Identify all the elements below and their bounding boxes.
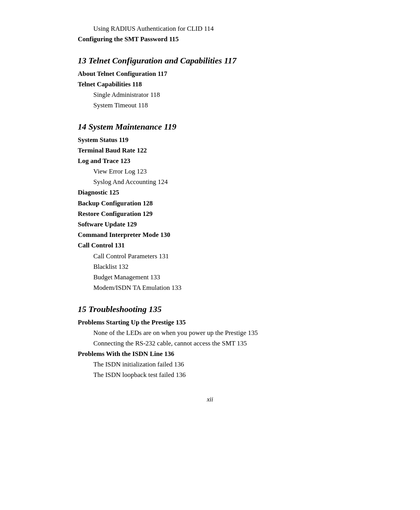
toc-entry-23: Budget Management 133 [78, 272, 342, 282]
page-footer: xii [78, 396, 342, 403]
toc-entry-9: 14 System Maintenance 119 [78, 120, 342, 133]
toc-entry-18: Software Update 129 [78, 219, 342, 230]
toc-entry-24: Modem/ISDN TA Emulation 133 [78, 282, 342, 293]
toc-entry-0: Using RADIUS Authentication for CLID 114 [78, 23, 342, 34]
toc-entry-7: System Timeout 118 [78, 100, 342, 110]
toc-entry-29: Connecting the RS-232 cable, cannot acce… [78, 338, 342, 349]
toc-entry-28: None of the LEDs are on when you power u… [78, 328, 342, 338]
toc-entry-22: Blacklist 132 [78, 261, 342, 272]
toc-entry-1: Configuring the SMT Password 115 [78, 34, 342, 44]
spacer-2 [78, 44, 342, 50]
toc-entry-6: Single Administrator 118 [78, 89, 342, 100]
toc-entry-17: Restore Configuration 129 [78, 209, 342, 219]
toc-entry-15: Diagnostic 125 [78, 187, 342, 198]
toc-entry-12: Log and Trace 123 [78, 156, 342, 166]
toc-entry-20: Call Control 131 [78, 240, 342, 251]
toc-entry-13: View Error Log 123 [78, 166, 342, 177]
toc-entry-14: Syslog And Accounting 124 [78, 177, 342, 187]
toc-entry-16: Backup Configuration 128 [78, 198, 342, 209]
toc-entry-31: The ISDN initialization failed 136 [78, 359, 342, 370]
toc-entry-19: Command Interpreter Mode 130 [78, 230, 342, 240]
toc-entry-3: 13 Telnet Configuration and Capabilities… [78, 54, 342, 67]
spacer-8 [78, 110, 342, 116]
toc-entry-26: 15 Troubleshooting 135 [78, 302, 342, 316]
toc-entry-4: About Telnet Configuration 117 [78, 68, 342, 79]
spacer-25 [78, 293, 342, 298]
toc-container: Using RADIUS Authentication for CLID 114… [78, 23, 342, 380]
toc-entry-21: Call Control Parameters 131 [78, 251, 342, 261]
page-number: xii [207, 396, 213, 403]
toc-entry-30: Problems With the ISDN Line 136 [78, 349, 342, 359]
toc-entry-11: Terminal Baud Rate 122 [78, 145, 342, 156]
toc-entry-10: System Status 119 [78, 135, 342, 145]
toc-entry-27: Problems Starting Up the Prestige 135 [78, 317, 342, 328]
toc-entry-32: The ISDN loopback test failed 136 [78, 370, 342, 380]
toc-entry-5: Telnet Capabilities 118 [78, 79, 342, 89]
